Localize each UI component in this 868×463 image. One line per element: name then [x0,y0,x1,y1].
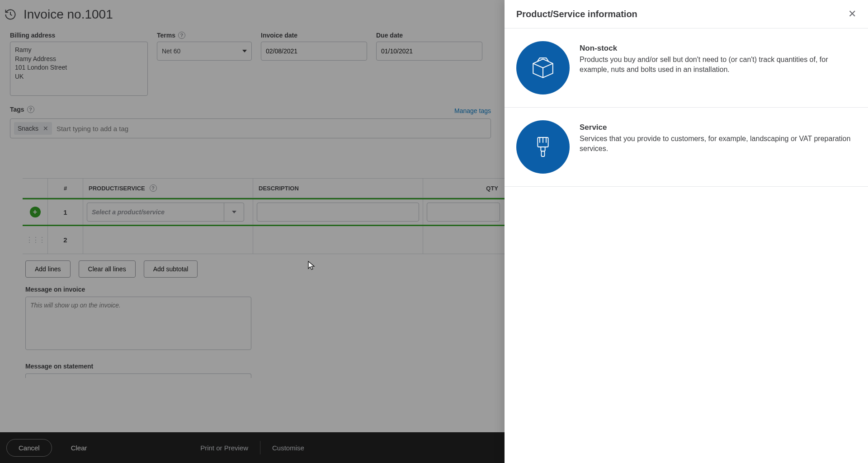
help-icon[interactable]: ? [150,184,157,192]
add-lines-button[interactable]: Add lines [25,260,71,278]
invoice-date-label: Invoice date [261,32,367,39]
col-number: # [48,179,83,198]
row-number: 1 [63,208,67,216]
tags-label-text: Tags [10,106,24,113]
add-subtotal-button[interactable]: Add subtotal [144,260,198,278]
add-line-icon[interactable]: + [30,207,41,217]
print-preview-link[interactable]: Print or Preview [200,444,248,452]
chevron-down-icon[interactable] [224,203,244,221]
col-product: PRODUCT/SERVICE ? [83,179,253,198]
product-service-panel: Product/Service information ✕ Non-stock … [505,0,868,463]
description-input[interactable] [257,203,419,222]
option-title: Service [580,123,851,132]
row-number: 2 [63,236,67,244]
qty-input[interactable] [427,203,500,222]
close-icon[interactable]: ✕ [848,8,856,20]
footer-bar: Cancel Clear Print or Preview Customise [0,432,505,463]
col-description: DESCRIPTION [253,179,423,198]
option-service[interactable]: Service Services that you provide to cus… [505,108,868,187]
col-qty: QTY [423,179,504,198]
clear-all-lines-button[interactable]: Clear all lines [79,260,136,278]
tag-chip: Snacks ✕ [14,122,52,135]
history-icon[interactable] [4,8,17,21]
drag-handle-icon[interactable]: ⋮⋮⋮ [26,236,45,244]
message-on-invoice-input[interactable] [25,297,251,350]
terms-select[interactable]: Net 60 [157,42,252,61]
due-date-input[interactable] [376,42,482,61]
billing-address-label: Billing address [10,32,148,39]
help-icon[interactable]: ? [178,32,185,39]
terms-label: Terms ? [157,32,252,39]
panel-title: Product/Service information [516,9,637,19]
cancel-button[interactable]: Cancel [6,439,52,457]
product-placeholder: Select a product/service [87,208,165,216]
tag-chip-label: Snacks [18,125,38,132]
message-on-statement-input[interactable] [25,373,251,378]
terms-label-text: Terms [157,32,175,39]
invoice-date-input[interactable] [261,42,367,61]
option-description: Products you buy and/or sell but don't n… [580,55,851,75]
tags-input-container[interactable]: Snacks ✕ [10,118,491,138]
help-icon[interactable]: ? [27,106,34,113]
product-service-select[interactable]: Select a product/service [87,203,244,222]
tag-text-input[interactable] [57,125,487,132]
page-title: Invoice no.1001 [24,7,113,22]
billing-address-input[interactable] [10,42,148,96]
col-product-label: PRODUCT/SERVICE [89,185,145,192]
customise-link[interactable]: Customise [272,444,304,452]
option-non-stock[interactable]: Non-stock Products you buy and/or sell b… [505,28,868,108]
due-date-label: Due date [376,32,482,39]
option-description: Services that you provide to customers, … [580,134,851,154]
tags-label: Tags ? [10,106,34,113]
box-icon [516,41,570,94]
divider [260,441,260,454]
clear-button[interactable]: Clear [59,439,99,457]
terms-select-value: Net 60 [162,47,180,55]
manage-tags-link[interactable]: Manage tags [454,107,491,114]
tag-remove-icon[interactable]: ✕ [43,125,48,132]
svg-rect-4 [542,151,545,156]
caret-down-icon [242,50,247,52]
brush-icon [516,120,570,174]
option-title: Non-stock [580,44,851,53]
